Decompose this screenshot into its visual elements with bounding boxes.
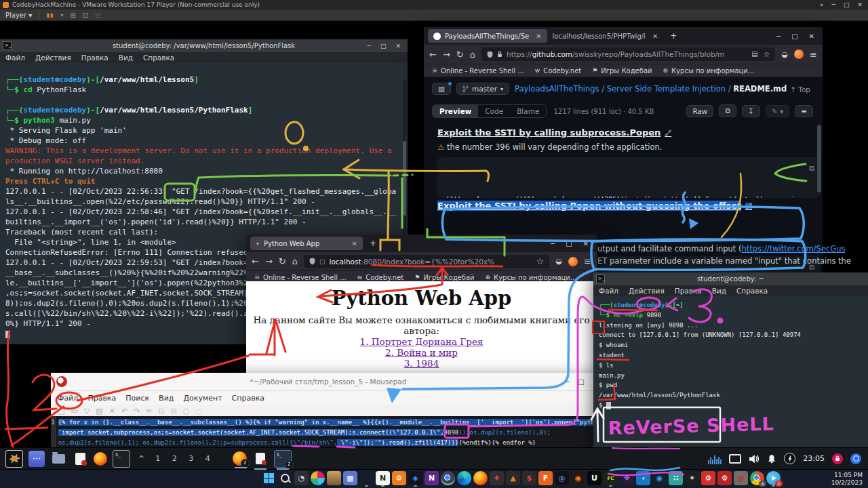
menu-item-поиск[interactable]: Поиск	[125, 394, 149, 403]
bookmark-item[interactable]: ⊕Курсы по информаци...	[663, 67, 755, 75]
menu-item-файл[interactable]: Файл	[599, 287, 618, 295]
devtoys-icon[interactable]: ∷	[669, 471, 683, 485]
copy-icon[interactable]: ⊡	[159, 407, 165, 415]
menu-hamburger-icon[interactable]: ≡	[810, 49, 817, 60]
maximize-button[interactable]: □	[566, 240, 572, 247]
terminal-titlebar[interactable]: >_ student@codeby: ~	[593, 272, 868, 285]
bookmark-item[interactable]: ☠Online - Reverse Shell ...	[432, 67, 524, 75]
vmware-maximize-button[interactable]: □	[844, 1, 850, 8]
back-icon[interactable]: ←	[429, 49, 437, 60]
edge-icon[interactable]	[457, 471, 471, 485]
minimize-button[interactable]: ─	[551, 240, 555, 247]
minimize-button[interactable]: ─	[776, 33, 781, 40]
shapes-blue-icon[interactable]: ◈	[408, 471, 422, 485]
terminal-titlebar[interactable]: >_ student@codeby: /var/www/html/lesson5…	[0, 39, 408, 52]
tab-payloadsallthethings[interactable]: PayloadsAllTheThings/Se✕	[428, 29, 547, 43]
view-tab-blame[interactable]: Blame	[510, 105, 546, 117]
open-icon[interactable]: ▭	[71, 407, 77, 415]
menu-item-правка[interactable]: Правка	[87, 394, 116, 403]
menu-item-справка[interactable]: Справка	[736, 287, 768, 295]
bookmark-item[interactable]: ⚑Игры Кодебай	[592, 67, 652, 75]
tab-python-web-app[interactable]: • Python Web App ✕	[250, 237, 363, 250]
vm-suspend-icon[interactable]: ▮▮	[46, 12, 54, 18]
firefox-launcher-icon[interactable]	[94, 452, 107, 466]
bookmark-star-icon[interactable]: ☆	[536, 256, 545, 266]
back-icon[interactable]: ←	[252, 256, 259, 266]
menu-hamburger-icon[interactable]: ≡	[584, 256, 591, 266]
forward-icon[interactable]: →	[265, 256, 273, 266]
game-icon[interactable]: ♦	[490, 471, 504, 485]
minimize-button[interactable]: ─	[368, 43, 371, 49]
pocket-icon[interactable]: ◒	[781, 50, 788, 59]
gear-red-icon[interactable]: ⚙	[701, 471, 715, 485]
paste-icon[interactable]: ⊟	[171, 407, 177, 415]
folder-icon[interactable]	[50, 451, 66, 467]
menu-item-вид[interactable]: Вид	[119, 54, 133, 62]
github-scrollbar[interactable]	[817, 118, 821, 253]
spark-icon[interactable]: ✶	[685, 471, 699, 485]
task-terminal-active[interactable]: $_ 2	[274, 450, 292, 468]
breadcrumb-repo[interactable]: PayloadsAllTheThings	[515, 84, 599, 94]
bookmark-item[interactable]: wCodeby.net	[357, 274, 403, 281]
toolbox-icon[interactable]: ▦	[734, 471, 748, 485]
lock-screen-icon[interactable]	[832, 453, 843, 464]
vmware-collapse-icon[interactable]: »	[820, 1, 824, 8]
download-icon[interactable]: ↧	[742, 105, 760, 117]
reload-icon[interactable]: ↻	[456, 49, 464, 60]
blender-icon[interactable]: ◉	[571, 471, 585, 485]
chrome-profile-icon[interactable]: A	[750, 471, 764, 485]
sidebar-toggle-icon[interactable]: ▥	[432, 83, 451, 95]
menu-item-вид[interactable]: Вид	[159, 394, 174, 403]
fullscreen-icon[interactable]: ⊡	[83, 12, 88, 19]
portrait-icon[interactable]	[327, 471, 341, 485]
menu-item-действия[interactable]: Действия	[629, 287, 665, 295]
replace-icon[interactable]: ◌	[196, 407, 203, 415]
gear-red-icon-2[interactable]: ⚙	[717, 471, 732, 485]
new-icon[interactable]: □	[58, 407, 64, 415]
telegram-icon[interactable]: ➤2	[766, 471, 781, 485]
raw-button[interactable]: Raw	[686, 105, 713, 117]
menu-item-справка[interactable]: Справка	[143, 54, 174, 62]
outline-icon[interactable]: ≡	[795, 105, 813, 117]
new-tab-button[interactable]: +	[370, 239, 376, 248]
leaf-icon[interactable]: ▲	[506, 471, 520, 485]
back-to-top-link[interactable]: ↑ Top	[790, 85, 810, 94]
book-link[interactable]: 3. 1984	[404, 358, 439, 369]
notion-icon[interactable]: N	[376, 471, 390, 485]
bookmark-item[interactable]: wCodeby.net	[535, 67, 581, 75]
file-manager-icon[interactable]: •••	[28, 451, 45, 467]
workspace-switcher[interactable]: 1 2 3 4	[155, 454, 214, 463]
task-firefox[interactable]: 2	[233, 451, 247, 466]
slack-icon[interactable]	[311, 471, 325, 485]
pocket-icon[interactable]: ◒	[555, 257, 562, 266]
close-button[interactable]: ✕	[583, 240, 589, 247]
breadcrumb-folder[interactable]: Server Side Template Injection	[607, 84, 726, 94]
menu-item-вид[interactable]: Вид	[712, 287, 726, 295]
volume-icon[interactable]	[749, 454, 760, 464]
home-icon[interactable]: ⌂	[292, 256, 298, 266]
menu-item-справка[interactable]: Справка	[232, 394, 264, 403]
cinema4d-icon[interactable]: ◎	[555, 471, 569, 485]
menu-item-правка[interactable]: Правка	[81, 54, 108, 62]
close-icon[interactable]: ✕	[109, 407, 115, 415]
vmware-player-menu[interactable]: Player ▾	[5, 12, 32, 19]
maximize-button[interactable]: □	[578, 378, 584, 386]
tab-close-icon[interactable]: ✕	[536, 33, 541, 40]
copy-raw-icon[interactable]: ⧉	[719, 104, 736, 117]
close-button[interactable]: ✕	[809, 33, 814, 40]
status-circle-icon[interactable]	[850, 453, 861, 464]
twitter-link[interactable]: https://twitter.com/SecGus	[741, 244, 845, 253]
anchor-link-icon[interactable]: 🔗︎	[665, 129, 671, 137]
bookmark-star-icon[interactable]: ☆	[764, 50, 770, 59]
cut-icon[interactable]: ✂	[146, 407, 152, 415]
figma-icon[interactable]: F	[538, 471, 553, 485]
bookmark-item[interactable]: ⚑Игры Кодебай	[414, 274, 474, 281]
chrome-icon[interactable]	[441, 471, 455, 485]
reload-icon[interactable]: ↻	[279, 256, 286, 266]
find-icon[interactable]: ○	[183, 407, 190, 415]
menu-item-файл[interactable]: Файл	[5, 54, 25, 62]
bookmark-item[interactable]: ☠Online - Reverse Shell ...	[254, 274, 347, 281]
book-link[interactable]: 2. Война и мир	[385, 347, 458, 358]
close-button[interactable]: ✕	[395, 43, 401, 49]
vscode-icon[interactable]: ‹	[636, 471, 650, 485]
